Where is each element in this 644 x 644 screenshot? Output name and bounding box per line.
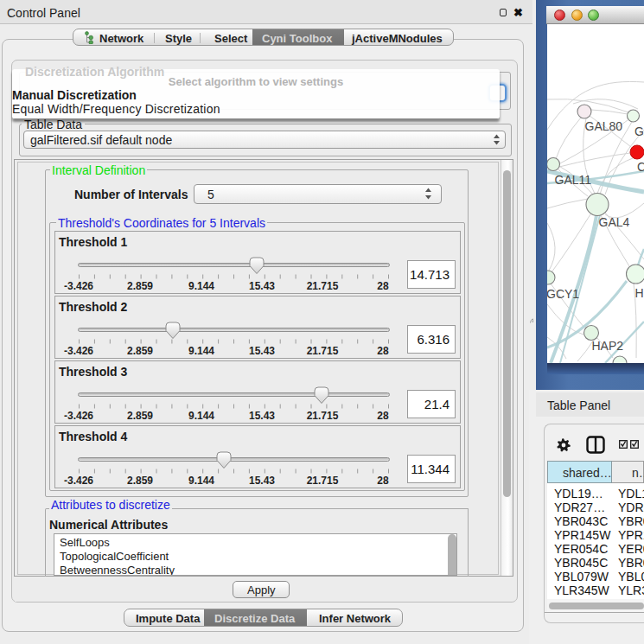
- svg-text:HAP2: HAP2: [592, 339, 624, 353]
- svg-text:C: C: [637, 160, 644, 174]
- svg-text:H: H: [635, 286, 644, 300]
- svg-text:GCY1: GCY1: [547, 287, 579, 301]
- svg-text:GAL80: GAL80: [585, 119, 623, 133]
- svg-text:GA: GA: [634, 124, 644, 138]
- svg-text:GAL11: GAL11: [555, 173, 592, 187]
- svg-text:GAL4: GAL4: [599, 215, 630, 229]
